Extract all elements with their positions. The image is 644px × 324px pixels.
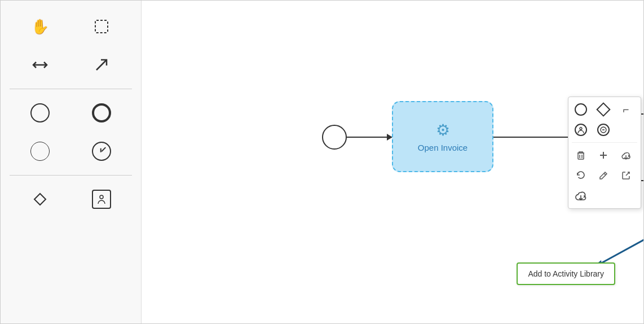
ctx-diamond-shape [596,102,610,116]
ctx-separator [572,142,637,143]
canvas: ⚙ Open Invoice ck Values anually ⌐ [142,1,643,323]
ctx-circle-shape [575,103,587,116]
sequence-flow-2 [493,137,577,138]
toolbar-divider-1 [10,89,132,89]
select-tool[interactable] [87,12,116,41]
ctx-empty-slot-2 [594,187,612,205]
svg-line-15 [598,229,643,265]
ctx-cloud-download[interactable] [617,146,635,164]
circle-empty-shape [30,103,50,122]
ctx-external-link[interactable] [617,167,635,185]
tooltip-text: Add to Activity Library [528,269,604,278]
ctx-add-circle[interactable] [572,100,590,119]
ctx-link-circle-shape [597,124,610,136]
circle-thin-tool[interactable] [25,137,55,166]
ctx-user-circle[interactable] [572,121,590,139]
person-badge-tool[interactable] [87,185,116,214]
task-icon: ⚙ [436,121,450,139]
ctx-bracket-shape: ⌐ [623,103,629,116]
sequence-flow-1 [347,137,392,138]
toolbar-divider-2 [10,175,132,176]
svg-point-5 [580,128,582,130]
task-label: Open Invoice [418,143,467,152]
toolbar-row-4 [10,134,132,168]
ctx-undo[interactable] [572,167,590,185]
ctx-add-diamond[interactable] [594,100,612,119]
toolbar-row-2 [10,48,132,82]
context-menu: ⌐ [568,97,641,209]
ctx-add-bracket[interactable]: ⌐ [617,100,635,119]
svg-rect-0 [95,20,108,33]
svg-marker-3 [34,194,46,205]
resize-tool[interactable] [25,50,55,80]
svg-line-13 [626,172,629,176]
main-container: ✋ [0,0,644,324]
toolbar-row-1: ✋ [10,10,132,43]
circle-clock-tool[interactable] [87,137,116,166]
ctx-link-circle[interactable] [594,121,612,139]
svg-rect-6 [578,153,584,159]
circle-thick-shape [92,103,111,122]
task-open-invoice[interactable]: ⚙ Open Invoice [392,101,493,172]
ctx-empty-slot-3 [617,187,635,205]
person-badge-shape [92,190,111,209]
svg-line-2 [96,60,107,70]
ctx-delete[interactable] [572,146,590,164]
ctx-add[interactable] [594,146,612,164]
ctx-edit[interactable] [594,167,612,185]
svg-point-4 [100,195,103,199]
toolbar-row-5 [10,182,132,216]
arrow-tool[interactable] [87,50,116,80]
ctx-user-circle-shape [575,124,587,136]
ctx-add-library[interactable] [572,187,590,205]
circle-thick-tool[interactable] [87,98,116,128]
ctx-empty-slot [617,121,635,139]
toolbar-row-3 [10,96,132,130]
tooltip-add-library[interactable]: Add to Activity Library [517,262,615,285]
circle-empty-tool[interactable] [25,98,55,128]
circle-clock-shape [92,142,111,161]
svg-line-12 [604,173,606,175]
toolbar: ✋ [1,1,142,323]
play-tool[interactable] [25,185,55,214]
circle-thin-shape [30,142,50,161]
play-shape [30,190,50,209]
pan-tool[interactable]: ✋ [25,12,55,41]
start-event[interactable] [322,125,347,150]
